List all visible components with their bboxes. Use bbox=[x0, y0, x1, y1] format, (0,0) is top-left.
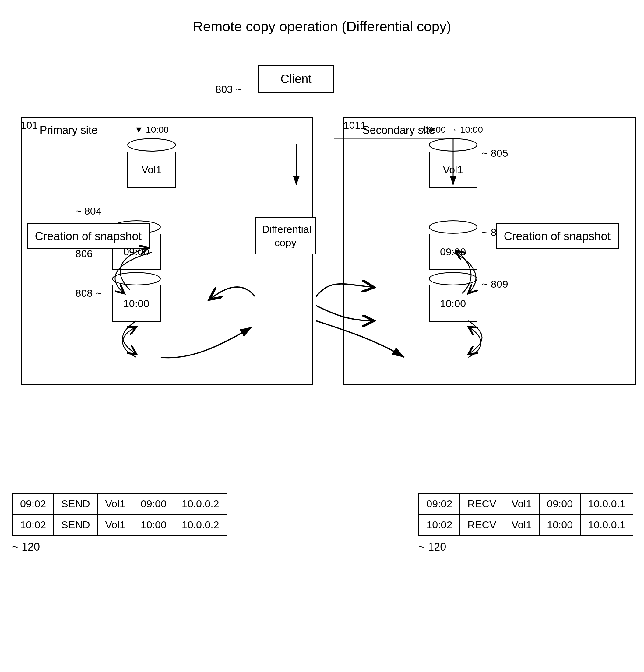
cell: 10:00 bbox=[539, 514, 581, 535]
cell: Vol1 bbox=[98, 493, 133, 514]
log-table-left: 09:02 SEND Vol1 09:00 10.0.0.2 10:02 SEN… bbox=[12, 493, 227, 536]
table-row: 09:02 RECV Vol1 09:00 10.0.0.1 bbox=[419, 493, 633, 514]
cell: 09:00 bbox=[539, 493, 581, 514]
cylinder-secondary-vol1: 09:00 → 10:00 Vol1 bbox=[429, 138, 478, 188]
ref-1011: 1011 bbox=[343, 119, 367, 131]
page-title: Remote copy operation (Differential copy… bbox=[0, 0, 644, 35]
table-left-ref: ~ 120 bbox=[12, 541, 227, 553]
snapshot-box-secondary: Creation of snapshot bbox=[496, 224, 619, 249]
diff-copy-box: Differential copy bbox=[255, 217, 316, 254]
client-box: Client bbox=[258, 65, 334, 93]
primary-site-inner-label: Primary site bbox=[40, 124, 98, 137]
cell: 10.0.0.1 bbox=[581, 514, 633, 535]
cell: 09:02 bbox=[12, 493, 54, 514]
cylinder-primary-vol1: ▼ 10:00 Vol1 bbox=[127, 138, 176, 188]
ref-809: ~ 809 bbox=[482, 278, 508, 290]
cell: RECV bbox=[460, 514, 504, 535]
ref-805: ~ 805 bbox=[482, 147, 508, 159]
cell: 10:00 bbox=[133, 514, 174, 535]
cylinder-primary-10: 10:00 bbox=[112, 272, 161, 322]
ref-808: 808 ~ bbox=[75, 287, 102, 299]
cell: Vol1 bbox=[504, 514, 539, 535]
table-row: 10:02 SEND Vol1 10:00 10.0.0.2 bbox=[12, 514, 227, 535]
cell: 09:00 bbox=[133, 493, 174, 514]
cell: Vol1 bbox=[98, 514, 133, 535]
table-right-ref: ~ 120 bbox=[418, 541, 633, 553]
client-label: Client bbox=[280, 72, 312, 86]
cell: 10.0.0.2 bbox=[174, 493, 227, 514]
table-row: 09:02 SEND Vol1 09:00 10.0.0.2 bbox=[12, 493, 227, 514]
ref-803: 803 ~ bbox=[215, 83, 242, 95]
cell: SEND bbox=[54, 514, 97, 535]
cell: 10:02 bbox=[12, 514, 54, 535]
cell: SEND bbox=[54, 493, 97, 514]
snapshot-box-primary: Creation of snapshot bbox=[27, 224, 150, 249]
cell: 09:02 bbox=[419, 493, 460, 514]
ref-804: ~ 804 bbox=[75, 205, 102, 217]
cell: 10.0.0.2 bbox=[174, 514, 227, 535]
cylinder-secondary-09: 09:00 bbox=[429, 220, 478, 270]
log-table-right: 09:02 RECV Vol1 09:00 10.0.0.1 10:02 REC… bbox=[418, 493, 633, 536]
cylinder-secondary-10: 10:00 bbox=[429, 272, 478, 322]
table-row: 10:02 RECV Vol1 10:00 10.0.0.1 bbox=[419, 514, 633, 535]
ref-806: 806 bbox=[75, 248, 93, 260]
cell: RECV bbox=[460, 493, 504, 514]
tables-section: 09:02 SEND Vol1 09:00 10.0.0.2 10:02 SEN… bbox=[12, 493, 633, 553]
cell: 10.0.0.1 bbox=[581, 493, 633, 514]
cell: 10:02 bbox=[419, 514, 460, 535]
cell: Vol1 bbox=[504, 493, 539, 514]
ref-101: 101 bbox=[21, 119, 38, 131]
